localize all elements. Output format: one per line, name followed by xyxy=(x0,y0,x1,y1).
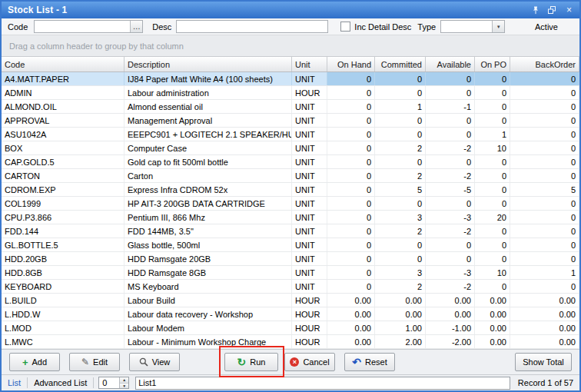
show-total-button[interactable]: Show Total xyxy=(515,353,572,371)
cell-unit: UNIT xyxy=(292,169,327,182)
cell-on-po: 0 xyxy=(475,155,510,168)
view-button[interactable]: View xyxy=(129,353,180,371)
inc-detail-desc-checkbox[interactable] xyxy=(340,22,350,32)
cancel-button[interactable]: × Cancel xyxy=(284,353,335,371)
cell-backorder: 0 xyxy=(510,114,579,127)
cell-committed: 0 xyxy=(375,252,426,265)
plus-icon: + xyxy=(22,357,28,367)
column-header-description[interactable]: Description xyxy=(124,57,292,71)
cell-unit: UNIT xyxy=(292,266,327,279)
cell-on-hand: 0 xyxy=(327,155,375,168)
cell-on-hand: 0 xyxy=(327,169,375,182)
cell-committed: 0 xyxy=(375,238,426,251)
cell-code: COL1999 xyxy=(2,197,124,210)
table-row[interactable]: CPU.P3.866Pentium III, 866 MhzUNIT03-320… xyxy=(2,211,579,224)
cell-description: Labour data recovery - Workshop xyxy=(124,307,292,321)
type-combo-input[interactable] xyxy=(441,21,492,32)
column-header-committed[interactable]: Committed xyxy=(375,57,426,71)
type-combobox[interactable]: ▼ xyxy=(440,20,505,33)
table-row[interactable]: L.MODLabour ModemHOUR0.001.00-1.000.000.… xyxy=(2,321,579,335)
cell-code: HDD.8GB xyxy=(2,266,124,279)
table-row[interactable]: HDD.20GBHDD Ramsgate 20GBUNIT00000 xyxy=(2,252,579,266)
cell-unit: UNIT xyxy=(292,141,327,154)
cell-available: -2 xyxy=(426,169,475,182)
table-row[interactable]: L.BUILDLabour BuildHOUR0.000.000.000.000… xyxy=(2,294,579,307)
cell-on-po: 0 xyxy=(475,252,510,265)
magnifier-icon xyxy=(139,357,148,367)
cell-committed: 3 xyxy=(375,266,426,279)
reset-button[interactable]: ↶ Reset xyxy=(344,353,395,371)
cell-on-hand: 0 xyxy=(327,252,375,265)
cell-committed: 2 xyxy=(375,141,426,154)
table-row[interactable]: A4.MATT.PAPERIJ84 Paper Matt White A4 (1… xyxy=(2,72,579,86)
cell-on-po: 0 xyxy=(475,238,510,251)
close-icon[interactable]: × xyxy=(562,5,576,16)
cell-available: -2.00 xyxy=(426,335,475,348)
column-header-unit[interactable]: Unit xyxy=(292,57,327,71)
stock-list-window: Stock List - 1 × Code … Desc xyxy=(0,0,581,392)
cell-code: ADMIN xyxy=(2,86,124,99)
ellipsis-lookup-button[interactable]: … xyxy=(130,21,142,32)
cell-on-po: 10 xyxy=(475,266,510,279)
table-row[interactable]: ASU1042AEEEPC901 + LOGITECH 2.1 SPEAKER/… xyxy=(2,128,579,141)
inc-detail-desc-label: Inc Detail Desc xyxy=(354,22,411,32)
chevron-down-icon[interactable]: ▼ xyxy=(492,21,504,32)
cell-available: -2 xyxy=(426,224,475,238)
cell-on-hand: 0 xyxy=(327,266,375,279)
cell-code: APPROVAL xyxy=(2,114,124,127)
cell-on-hand: 0 xyxy=(327,86,375,99)
desc-input[interactable] xyxy=(177,21,327,32)
separator xyxy=(93,377,94,388)
code-field: … xyxy=(34,20,143,33)
cell-on-po: 0 xyxy=(475,169,510,182)
table-row[interactable]: FDD.144FDD 144MB, 3.5"UNIT02-200 xyxy=(2,224,579,238)
column-header-code[interactable]: Code xyxy=(2,57,124,71)
cell-committed: 5 xyxy=(375,183,426,196)
pin-icon[interactable] xyxy=(528,5,543,16)
cell-backorder: 0.00 xyxy=(510,321,579,334)
table-row[interactable]: HDD.8GBHDD Ramsgate 8GBUNIT03-3101 xyxy=(2,266,579,280)
pencil-icon: ✎ xyxy=(81,357,89,367)
tab-advanced-list[interactable]: Advanced List xyxy=(34,378,87,387)
restore-icon[interactable] xyxy=(545,5,559,16)
cell-on-po: 20 xyxy=(475,211,510,224)
list-number-stepper[interactable]: 0 ▲ ▼ xyxy=(98,377,129,389)
table-row[interactable]: L.HDD.WLabour data recovery - WorkshopHO… xyxy=(2,307,579,321)
list-name-input[interactable] xyxy=(135,377,510,390)
cell-backorder: 0.00 xyxy=(510,294,579,307)
table-row[interactable]: CARTONCartonUNIT02-200 xyxy=(2,169,579,183)
run-button[interactable]: ↻ Run xyxy=(224,353,278,371)
edit-button[interactable]: ✎ Edit xyxy=(69,353,120,371)
cell-on-po: 0 xyxy=(475,224,510,238)
table-row[interactable]: APPROVALManagement ApprovalUNIT00000 xyxy=(2,114,579,128)
cell-on-po: 0.00 xyxy=(475,335,510,348)
cell-on-po: 0 xyxy=(475,86,510,99)
column-header-on-hand[interactable]: On Hand xyxy=(327,57,375,71)
cell-available: 0 xyxy=(426,238,475,251)
table-row[interactable]: L.MWCLabour - Minimum Workshop ChargeHOU… xyxy=(2,335,579,349)
table-row[interactable]: CAP.GOLD.5Gold cap to fit 500ml bottleUN… xyxy=(2,155,579,169)
cell-backorder: 0 xyxy=(510,197,579,210)
cell-committed: 0 xyxy=(375,72,426,85)
table-row[interactable]: ALMOND.OILAlmond essential oilUNIT01-100 xyxy=(2,100,579,114)
add-button[interactable]: + Add xyxy=(9,353,60,371)
cell-description: Labour - Minimum Workshop Charge xyxy=(124,335,292,348)
column-header-available[interactable]: Available xyxy=(426,57,475,71)
table-row[interactable]: COL1999HP AIT-3 200GB DATA CARTRIDGEUNIT… xyxy=(2,197,579,211)
cell-on-hand: 0 xyxy=(327,100,375,113)
column-header-backorder[interactable]: BackOrder xyxy=(510,57,579,71)
cell-description: HDD Ramsgate 8GB xyxy=(124,266,292,279)
table-row[interactable]: GL.BOTTLE.5Glass bottle, 500mlUNIT00000 xyxy=(2,238,579,252)
table-row[interactable]: KEYBOARDMS KeyboardUNIT02-200 xyxy=(2,280,579,294)
tab-list[interactable]: List xyxy=(8,378,21,387)
stepper-down-icon[interactable]: ▼ xyxy=(120,383,128,389)
cell-available: -3 xyxy=(426,211,475,224)
code-input[interactable] xyxy=(35,21,130,32)
table-row[interactable]: BOXComputer CaseUNIT02-2100 xyxy=(2,141,579,155)
column-header-on-po[interactable]: On PO xyxy=(475,57,510,71)
cell-code: ASU1042A xyxy=(2,128,124,141)
cell-committed: 0 xyxy=(375,114,426,127)
cell-backorder: 0 xyxy=(510,252,579,265)
table-row[interactable]: CDROM.EXPExpress Infra CDROM 52xUNIT05-5… xyxy=(2,183,579,197)
table-row[interactable]: ADMINLabour administrationHOUR00000 xyxy=(2,86,579,100)
